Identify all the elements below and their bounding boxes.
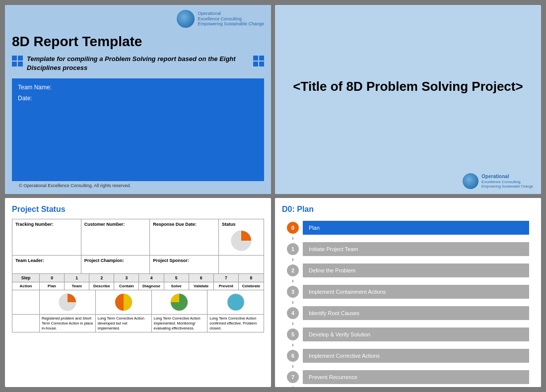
action-validate: Validate xyxy=(189,282,214,290)
leader-row: Team Leader: Project Champion: Project S… xyxy=(12,256,264,274)
action-label: Action xyxy=(12,282,40,290)
customer-number-cell: Customer Number: xyxy=(81,219,150,255)
step-5: 5 xyxy=(164,274,189,282)
step-bar-2: Define the Problem xyxy=(303,263,529,277)
panel-d0-plan: D0: Plan 0Plan1Initiate Project Team2Def… xyxy=(275,198,541,387)
step-3: 3 xyxy=(114,274,139,282)
step-row-3: 3Implement Containment Actions xyxy=(287,285,529,299)
step-0: 0 xyxy=(40,274,65,282)
step-4: 4 xyxy=(139,274,164,282)
team-leader-cell: Team Leader: xyxy=(12,256,81,273)
step-row-0: 0Plan xyxy=(287,221,529,235)
action-diagnose: Diagnose xyxy=(139,282,164,290)
step-badge-6: 6 xyxy=(287,350,299,362)
pie-4-section xyxy=(207,290,264,314)
step-connector-0 xyxy=(292,237,293,240)
step-connector-1 xyxy=(292,259,293,261)
slide2-title: <Title of 8D Problem Solving Project> xyxy=(293,79,523,94)
status-pie-chart xyxy=(229,229,253,253)
step-6: 6 xyxy=(189,274,214,282)
pie-2-section xyxy=(96,290,152,314)
action-row: Action Plan Team Describe Contain Diagno… xyxy=(12,282,264,290)
process-steps-list: 0Plan1Initiate Project Team2Define the P… xyxy=(282,221,534,387)
logo-area: Operational Excellence Consulting Empowe… xyxy=(12,10,264,28)
logo-company: Operational xyxy=(198,11,264,16)
logo-tagline: Empowering Sustainable Change xyxy=(198,21,264,27)
step-bar-6: Implement Corrective Actions xyxy=(303,349,529,363)
d0-plan-title: D0: Plan xyxy=(282,205,534,214)
slide1-subtitle: Template for compiling a Problem Solving… xyxy=(27,55,253,72)
action-celebrate: Celebrate xyxy=(239,282,264,290)
step-bar-7: Prevent Recurrence xyxy=(303,370,529,384)
step-badge-7: 7 xyxy=(287,371,299,383)
pie-1-section xyxy=(40,290,96,314)
step-row-2: 2Define the Problem xyxy=(287,263,529,277)
info-box: Team Name: Date: xyxy=(12,78,264,181)
panel-slide-2: <Title of 8D Problem Solving Project> Op… xyxy=(275,5,541,194)
step-row-4: 4Identify Root Causes xyxy=(287,306,529,320)
step-connector-6 xyxy=(292,365,293,368)
step-1: 1 xyxy=(65,274,89,282)
step-bar-4: Identify Root Causes xyxy=(303,306,529,320)
step-connector-7 xyxy=(292,387,293,387)
tracking-row: Tracking Number: Customer Number: Respon… xyxy=(12,219,264,256)
step-7: 7 xyxy=(214,274,239,282)
step-row-1: 1Initiate Project Team xyxy=(287,242,529,256)
step-badge-2: 2 xyxy=(287,264,299,276)
status-header-cell: Status xyxy=(219,219,264,255)
action-contain: Contain xyxy=(114,282,139,290)
steps-row: Step 0 1 2 3 4 5 6 7 8 xyxy=(12,274,264,282)
panel-project-status: Project Status Tracking Number: Customer… xyxy=(5,198,271,387)
slide1-footer: © Operational Excellence Consulting. All… xyxy=(12,181,264,190)
step-row-5: 5Develop & Verify Solution xyxy=(287,327,529,341)
logo-line2: Excellence Consulting xyxy=(198,16,264,22)
team-name-label: Team Name: xyxy=(18,82,258,93)
step-badge-0: 0 xyxy=(287,222,299,234)
status-empty-cell xyxy=(219,256,264,273)
step-row-6: 6Implement Corrective Actions xyxy=(287,349,529,363)
desc-1: Registered problem and Short Term Correc… xyxy=(40,315,96,332)
date-label: Date: xyxy=(18,93,258,104)
step-bar-5: Develop & Verify Solution xyxy=(303,327,529,341)
step-connector-4 xyxy=(292,323,293,325)
step-bar-0: Plan xyxy=(303,221,529,235)
globe-icon-2 xyxy=(463,173,478,189)
step-connector-3 xyxy=(292,301,293,304)
step-connector-5 xyxy=(292,344,293,346)
pie-2 xyxy=(114,292,134,312)
pie-empty xyxy=(12,290,40,314)
project-status-title: Project Status xyxy=(12,205,264,214)
main-grid: Operational Excellence Consulting Empowe… xyxy=(0,0,546,392)
slide1-title: 8D Report Template xyxy=(12,34,264,50)
tracking-number-cell: Tracking Number: xyxy=(12,219,81,255)
step-8: 8 xyxy=(239,274,264,282)
pie-4 xyxy=(226,292,246,312)
desc-4: Long Term Corrective Action confirmed ef… xyxy=(207,315,264,332)
status-table: Tracking Number: Customer Number: Respon… xyxy=(12,219,264,332)
blue-squares-right xyxy=(253,56,264,66)
step-label: Step xyxy=(12,274,40,282)
desc-empty xyxy=(12,315,40,332)
slide2-main: <Title of 8D Problem Solving Project> xyxy=(275,5,541,168)
step-badge-5: 5 xyxy=(287,328,299,340)
blue-squares-left xyxy=(12,56,23,66)
action-describe: Describe xyxy=(89,282,114,290)
step-badge-3: 3 xyxy=(287,286,299,298)
step-badge-1: 1 xyxy=(287,243,299,255)
project-sponsor-cell: Project Sponsor: xyxy=(150,256,219,273)
action-team: Team xyxy=(65,282,89,290)
step-bar-1: Initiate Project Team xyxy=(303,242,529,256)
desc-row: Registered problem and Short Term Correc… xyxy=(12,315,264,332)
subtitle-block: Template for compiling a Problem Solving… xyxy=(12,55,264,72)
action-solve: Solve xyxy=(164,282,189,290)
svg-point-4 xyxy=(227,294,244,311)
pie-3-section xyxy=(152,290,208,314)
step-row-7: 7Prevent Recurrence xyxy=(287,370,529,384)
pie-3 xyxy=(169,292,189,312)
pie-1 xyxy=(58,292,77,312)
response-due-cell: Response Due Date: xyxy=(150,219,219,255)
step-bar-3: Implement Containment Actions xyxy=(303,285,529,299)
action-plan: Plan xyxy=(40,282,65,290)
step-badge-4: 4 xyxy=(287,307,299,319)
globe-icon xyxy=(177,10,195,28)
